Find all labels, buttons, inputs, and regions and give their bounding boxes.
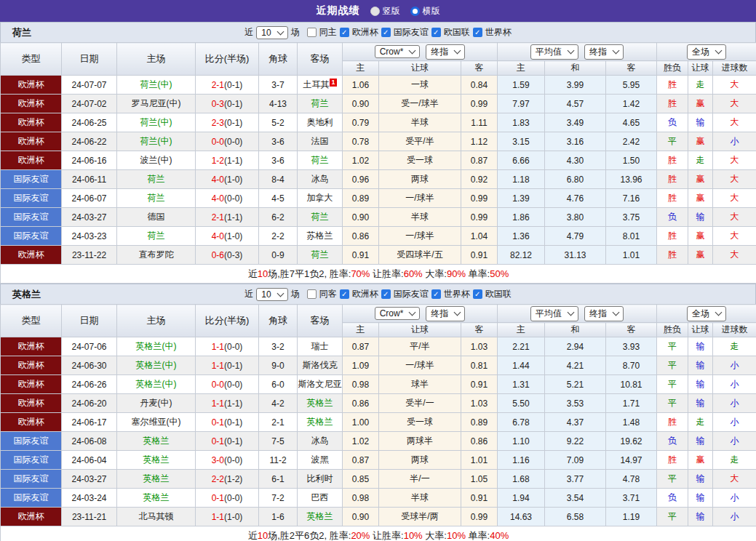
league-checkbox-3[interactable] [473, 28, 482, 37]
fulltime-score: 3-0 [212, 455, 224, 465]
match-row: 欧洲杯24-06-26英格兰(中)0-0(0-0)6-0斯洛文尼亚0.98球半0… [1, 375, 756, 394]
away-team-name[interactable]: 奥地利 [307, 117, 333, 127]
match-date: 24-06-04 [62, 451, 117, 470]
away-team-name[interactable]: 斯洛文尼亚 [298, 379, 342, 389]
league-checkbox-0[interactable] [340, 28, 349, 37]
home-team-name[interactable]: 德国 [148, 212, 165, 222]
away-team-name[interactable]: 比利时 [307, 473, 333, 484]
final-odds-select-2[interactable]: 终指 [584, 306, 624, 321]
avg-home-odds: 1.94 [498, 489, 545, 508]
away-team-name[interactable]: 苏格兰 [307, 231, 333, 241]
home-team-name[interactable]: 英格兰 [143, 436, 170, 446]
avg-home-odds: 2.21 [498, 337, 545, 356]
away-team-name[interactable]: 荷兰 [311, 155, 329, 165]
home-team-name[interactable]: 英格兰 [143, 473, 170, 484]
score-cell: 2-2(1-2) [196, 470, 259, 489]
vertical-layout-option[interactable]: 竖版 [370, 5, 400, 17]
home-team-name[interactable]: 英格兰(中) [136, 360, 177, 370]
home-team-name[interactable]: 北马其顿 [139, 511, 174, 521]
same-venue-checkbox[interactable] [307, 28, 317, 37]
away-team-name[interactable]: 荷兰 [311, 249, 329, 260]
sub-wdl-header: 胜负 [657, 323, 688, 337]
away-team-name[interactable]: 波黑 [311, 454, 329, 465]
home-team-name[interactable]: 荷兰(中) [140, 79, 172, 89]
away-team-name[interactable]: 瑞士 [311, 341, 329, 351]
home-team-name[interactable]: 荷兰(中) [140, 136, 172, 146]
home-team-cell: 直布罗陀 [117, 246, 196, 265]
away-team-name[interactable]: 冰岛 [311, 436, 329, 446]
crow-home-odds: 1.02 [343, 432, 379, 451]
competition-badge: 国际友谊 [1, 432, 62, 451]
final-odds-select-2[interactable]: 终指 [584, 44, 624, 60]
average-select[interactable]: 平均值 [530, 306, 578, 321]
away-team-name[interactable]: 加拿大 [307, 193, 333, 203]
league-checkbox-0[interactable] [340, 289, 349, 299]
bookmaker-select[interactable]: Crow* [375, 307, 421, 320]
league-checkbox-3[interactable] [473, 289, 482, 299]
away-team-name[interactable]: 英格兰 [307, 417, 333, 427]
competition-badge: 国际友谊 [1, 470, 62, 489]
away-team-name[interactable]: 英格兰 [307, 398, 333, 408]
away-team-cell: 斯洛伐克 [298, 356, 343, 375]
home-team-name[interactable]: 直布罗陀 [139, 249, 174, 260]
home-team-name[interactable]: 英格兰 [143, 492, 170, 502]
home-team-name[interactable]: 塞尔维亚(中) [132, 417, 181, 427]
home-team-cell: 荷兰 [117, 170, 196, 189]
away-team-name[interactable]: 荷兰 [311, 98, 329, 108]
goals-result: 小 [713, 356, 756, 375]
summary-part-0: 近 [248, 268, 258, 279]
handicap-line: 球半 [379, 375, 461, 394]
summary-part-0: 近 [248, 530, 258, 541]
league-checkbox-1[interactable] [381, 289, 391, 299]
avg-away-odds: 1.71 [606, 394, 657, 413]
away-team-cell: 巴西 [298, 489, 343, 508]
halftime-score: (1-1) [224, 398, 242, 409]
away-team-name[interactable]: 英格兰 [307, 511, 333, 521]
average-select[interactable]: 平均值 [530, 44, 578, 60]
away-team-name[interactable]: 土耳其 [303, 79, 329, 89]
col-score-header: 比分(半场) [196, 43, 259, 76]
away-team-name[interactable]: 荷兰 [311, 212, 329, 222]
goals-result: 大 [713, 95, 756, 113]
league-checkbox-2[interactable] [431, 289, 441, 299]
home-team-name[interactable]: 英格兰 [143, 454, 170, 465]
home-team-cell: 罗马尼亚(中) [117, 95, 196, 113]
away-team-name[interactable]: 巴西 [311, 492, 329, 502]
home-team-name[interactable]: 罗马尼亚(中) [132, 98, 181, 108]
home-team-name[interactable]: 丹麦(中) [140, 398, 172, 408]
home-team-name[interactable]: 荷兰 [148, 174, 165, 184]
match-count-select[interactable]: 10 [256, 288, 287, 301]
fulltime-score: 0-1 [212, 436, 224, 446]
summary-part-1: 10 [258, 530, 268, 541]
home-team-name[interactable]: 荷兰 [148, 193, 165, 203]
horizontal-layout-option[interactable]: 横版 [410, 5, 440, 17]
fulltime-select[interactable]: 全场 [687, 44, 726, 60]
competition-badge: 国际友谊 [1, 489, 62, 508]
league-checkbox-1[interactable] [381, 28, 391, 37]
final-odds-select[interactable]: 终指 [426, 306, 465, 321]
score-cell: 1-1(0-1) [196, 356, 259, 375]
radio-checked-icon[interactable] [410, 7, 420, 16]
avg-away-odds: 13.96 [606, 170, 657, 189]
match-count-select[interactable]: 10 [256, 26, 287, 39]
goals-result: 大 [713, 208, 756, 227]
header-row-groups: 类型日期主场比分(半场)角球客场Crow*终指平均值终指全场 [1, 43, 756, 61]
radio-unchecked-icon[interactable] [370, 7, 380, 16]
bookmaker-select[interactable]: Crow* [375, 45, 421, 58]
home-team-name[interactable]: 英格兰(中) [136, 379, 177, 389]
fulltime-select[interactable]: 全场 [687, 306, 726, 321]
league-checkbox-2[interactable] [431, 28, 441, 37]
home-team-name[interactable]: 荷兰(中) [140, 117, 172, 127]
away-team-name[interactable]: 斯洛伐克 [303, 360, 338, 370]
home-team-name[interactable]: 波兰(中) [140, 155, 172, 165]
home-team-name[interactable]: 英格兰(中) [136, 341, 177, 351]
final-odds-select[interactable]: 终指 [426, 44, 465, 60]
same-venue-checkbox[interactable] [307, 289, 317, 299]
halftime-score: (1-2) [224, 474, 242, 484]
away-team-name[interactable]: 冰岛 [311, 174, 329, 184]
home-team-name[interactable]: 荷兰 [148, 231, 165, 241]
crow-home-odds: 0.78 [343, 132, 379, 151]
away-team-name[interactable]: 法国 [311, 136, 329, 146]
goals-result: 大 [713, 151, 756, 170]
games-label: 场 [291, 288, 300, 300]
